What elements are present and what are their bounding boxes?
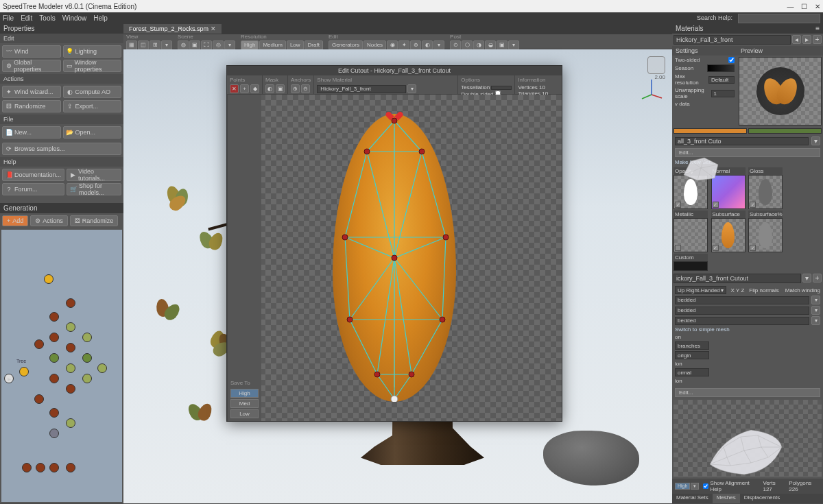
maxres-dropdown[interactable]: Default	[708, 76, 735, 84]
origin-dropdown[interactable]: origin	[675, 351, 709, 359]
node-ferns[interactable]	[82, 353, 92, 363]
generation-graph[interactable]: ▸ Tree	[1, 230, 122, 502]
menu-help[interactable]: Help	[93, 14, 108, 22]
edit-nodes[interactable]: Nodes	[363, 40, 386, 50]
scene-btn-2[interactable]: ▣	[189, 40, 200, 50]
branches-dropdown[interactable]: branches	[675, 341, 709, 350]
edit-btn-1[interactable]: ◉	[387, 40, 398, 50]
menu-tools[interactable]: Tools	[39, 14, 55, 22]
cutout-opt-icon[interactable]: ▾	[811, 136, 820, 145]
cutout-name-field[interactable]: all_3_front Cuto	[675, 137, 809, 145]
window-properties-button[interactable]: ▭Window properties	[63, 60, 122, 72]
res-low[interactable]: Low	[287, 40, 304, 50]
mask-btn-2[interactable]: ▣	[276, 84, 285, 93]
subsurface-map[interactable]: ✓	[711, 218, 746, 252]
custom-map[interactable]	[673, 261, 708, 271]
res-high[interactable]: High	[241, 40, 259, 50]
point-add-icon[interactable]: +	[240, 84, 249, 93]
node-top[interactable]	[44, 274, 53, 284]
menu-file[interactable]: File	[3, 14, 14, 22]
scene-btn-4[interactable]: ◎	[213, 40, 224, 50]
shop-button[interactable]: 🛒Shop for models...	[67, 183, 121, 195]
save-low-button[interactable]: Low	[230, 409, 259, 418]
ormal-dropdown[interactable]: ormal	[675, 368, 709, 376]
view-btn-2[interactable]: ◫	[138, 40, 149, 50]
cutout-canvas[interactable]: Save To High Med Low	[227, 95, 562, 421]
add-button[interactable]: +Add	[2, 215, 28, 226]
post-btn-1[interactable]: ⊙	[450, 40, 461, 50]
node-b2[interactable]	[66, 463, 75, 472]
view-btn-1[interactable]: ▦	[126, 40, 137, 50]
metallic-check[interactable]	[675, 245, 681, 251]
compute-ao-button[interactable]: ◐Compute AO	[63, 86, 122, 98]
wind-wizard-button[interactable]: ✦Wind wizard...	[2, 86, 61, 98]
post-btn-2[interactable]: ⬡	[462, 40, 473, 50]
point-select-icon[interactable]: ◆	[250, 84, 259, 93]
node-trunks[interactable]	[34, 339, 44, 349]
handedness-dropdown[interactable]: Up Right-Handed▾	[675, 286, 726, 294]
node-branches[interactable]	[49, 333, 59, 342]
search-help-input[interactable]	[738, 14, 820, 23]
post-btn-3[interactable]: ◑	[473, 40, 484, 50]
view-btn-3[interactable]: ⊞	[150, 40, 160, 50]
gloss-check[interactable]: ✓	[750, 202, 756, 208]
save-med-button[interactable]: Med	[230, 399, 259, 408]
alignment-checkbox[interactable]	[703, 483, 708, 489]
season-slider[interactable]	[707, 64, 735, 72]
minimize-icon[interactable]: —	[787, 3, 794, 10]
node-n3[interactable]	[66, 384, 75, 394]
node-shrub[interactable]	[49, 408, 59, 418]
tutorials-button[interactable]: ▶Video tutorials...	[67, 169, 121, 181]
b1-icon[interactable]: ▾	[811, 296, 820, 304]
subsurface-check[interactable]: ✓	[713, 245, 719, 251]
compass-widget[interactable]	[647, 56, 665, 74]
mat-opt-icon[interactable]: ▾	[407, 84, 416, 93]
node-tree[interactable]	[19, 367, 29, 376]
twosided-checkbox[interactable]	[728, 57, 735, 63]
leaf-mesh-edit[interactable]	[333, 114, 456, 402]
anchor-btn-2[interactable]: ⊖	[301, 84, 310, 93]
node-root[interactable]: ▸	[4, 374, 14, 383]
menu-edit[interactable]: Edit	[21, 14, 32, 22]
lighting-button[interactable]: 💡Lighting	[63, 45, 122, 58]
subsurfacea-check[interactable]: ✓	[750, 245, 756, 251]
documentation-button[interactable]: 📕Documentation...	[2, 169, 64, 181]
gloss-map[interactable]: ✓	[748, 175, 783, 209]
node-moss[interactable]	[66, 418, 75, 428]
node-leaves2[interactable]	[66, 363, 75, 373]
node-roots[interactable]	[34, 394, 44, 404]
randomize-button[interactable]: ⚄Randomize	[2, 100, 61, 112]
node-n2[interactable]	[66, 343, 75, 352]
wind-button[interactable]: 〰Wind	[2, 45, 61, 58]
mesh-add-icon[interactable]: +	[813, 274, 822, 283]
swatch-orange[interactable]	[673, 128, 747, 134]
node-leaves1[interactable]	[66, 322, 75, 332]
panel-menu-icon[interactable]: ≡	[815, 25, 820, 32]
node-n1[interactable]	[66, 298, 75, 308]
node-mesh2[interactable]	[82, 374, 92, 383]
close-icon[interactable]: ✕	[815, 3, 820, 10]
normal-check[interactable]: ✓	[713, 202, 719, 208]
node-b4[interactable]	[36, 463, 45, 472]
node-mesh1[interactable]	[82, 333, 92, 342]
res-draft[interactable]: Draft	[305, 40, 323, 50]
menu-window[interactable]: Window	[62, 14, 87, 22]
scene-btn-5[interactable]: ▾	[224, 40, 235, 50]
node-fronds[interactable]	[49, 353, 59, 363]
bedded-3[interactable]: bedded	[675, 317, 809, 325]
swatch-green[interactable]	[748, 128, 822, 134]
b2-icon[interactable]: ▾	[811, 306, 820, 315]
node-stump[interactable]	[49, 312, 59, 322]
point-delete-icon[interactable]: ✕	[230, 84, 239, 93]
maximize-icon[interactable]: ☐	[801, 3, 807, 10]
res-medium[interactable]: Medium	[259, 40, 285, 50]
tab-displacements[interactable]: Displacements	[740, 494, 784, 503]
node-fernmesh[interactable]	[97, 363, 107, 373]
scene-btn-1[interactable]: ◍	[178, 40, 189, 50]
global-properties-button[interactable]: ⚙Global properties	[2, 60, 61, 72]
node-b1[interactable]	[49, 463, 59, 472]
b3-icon[interactable]: ▾	[811, 316, 820, 325]
mesh-opts-icon[interactable]: ▾	[802, 274, 811, 283]
post-btn-4[interactable]: ◒	[485, 40, 496, 50]
mat-add-icon[interactable]: +	[813, 35, 822, 44]
